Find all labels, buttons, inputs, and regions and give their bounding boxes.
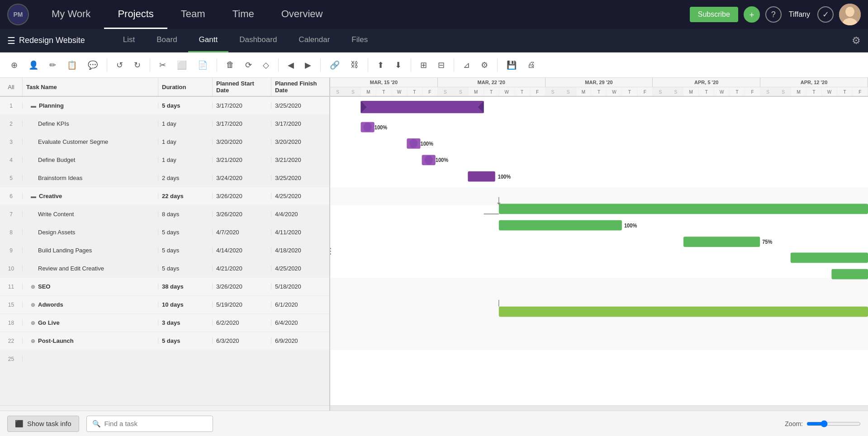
svg-point-20 bbox=[364, 123, 372, 132]
undo-btn[interactable]: ↺ bbox=[113, 57, 127, 73]
brainstorm-bar[interactable] bbox=[468, 171, 495, 182]
expand-icon[interactable]: ▬ bbox=[31, 193, 36, 199]
expand-icon[interactable]: ⊕ bbox=[31, 338, 35, 344]
row-name[interactable]: ▬ Planning bbox=[23, 102, 158, 109]
gantt-bars-svg: 100% 100% 100% 100% 100% bbox=[330, 97, 868, 405]
task-name-label: Build Landing Pages bbox=[38, 247, 92, 254]
svg-point-22 bbox=[409, 139, 417, 148]
row-name[interactable]: ▬ Creative bbox=[23, 193, 158, 199]
export-up-btn[interactable]: ⬆ bbox=[374, 57, 388, 73]
add-icon[interactable]: ＋ bbox=[744, 6, 760, 23]
hamburger-icon[interactable]: ☰ bbox=[7, 35, 15, 46]
grid-header: All Task Name Duration Planned Start Dat… bbox=[0, 78, 329, 97]
expand-icon[interactable]: ⊕ bbox=[31, 320, 35, 326]
tab-files[interactable]: Files bbox=[341, 29, 379, 52]
day-cell: M bbox=[791, 87, 806, 97]
redo-btn[interactable]: ↻ bbox=[130, 57, 144, 73]
nav-item-team[interactable]: Team bbox=[167, 0, 219, 29]
planning-bar[interactable] bbox=[361, 101, 484, 113]
nav-item-mywork[interactable]: My Work bbox=[38, 0, 104, 29]
seo-bar[interactable] bbox=[499, 307, 868, 317]
tab-dashboard[interactable]: Dashboard bbox=[228, 29, 288, 52]
row-name[interactable]: Build Landing Pages bbox=[23, 247, 158, 254]
settings-icon[interactable]: ⚙ bbox=[852, 35, 861, 47]
row-dur: 38 days bbox=[158, 283, 213, 290]
tab-calendar[interactable]: Calendar bbox=[288, 29, 341, 52]
add-person-btn[interactable]: 👤 bbox=[25, 57, 42, 73]
col-start-header: Planned Start Date bbox=[213, 78, 271, 96]
nav-items: My Work Projects Team Time Overview bbox=[38, 0, 690, 29]
row-name[interactable]: Write Content bbox=[23, 211, 158, 218]
nav-item-overview[interactable]: Overview bbox=[268, 0, 337, 29]
milestone-btn[interactable]: ◇ bbox=[259, 57, 273, 73]
write-content-bar[interactable] bbox=[499, 220, 622, 231]
pm-logo[interactable]: PM bbox=[7, 4, 29, 25]
find-task-field[interactable]: 🔍 bbox=[86, 416, 213, 432]
row-name[interactable]: ⊕ SEO bbox=[23, 283, 158, 290]
row-name[interactable]: Review and Edit Creative bbox=[23, 265, 158, 272]
row-name[interactable]: ⊕ Go Live bbox=[23, 319, 158, 326]
row-num: 25 bbox=[0, 356, 23, 362]
user-check-icon[interactable]: ✓ bbox=[817, 6, 834, 23]
grid-scroll-x[interactable] bbox=[0, 405, 329, 411]
wrap-btn[interactable]: ⬜ bbox=[173, 57, 190, 73]
gear-btn[interactable]: ⚙ bbox=[477, 57, 492, 73]
show-task-info-button[interactable]: ⬛ Show task info bbox=[7, 416, 79, 432]
expand-icon[interactable]: ▬ bbox=[31, 103, 36, 109]
subscribe-button[interactable]: Subscribe bbox=[690, 7, 738, 22]
paste-btn[interactable]: 📄 bbox=[194, 57, 211, 73]
filter-btn[interactable]: ⊿ bbox=[460, 57, 474, 73]
review-creative-bar[interactable] bbox=[831, 269, 868, 280]
day-cell: M bbox=[683, 87, 699, 97]
tab-board[interactable]: Board bbox=[146, 29, 188, 52]
scroll-left-btn[interactable]: ◀ bbox=[284, 57, 298, 73]
tab-list[interactable]: List bbox=[112, 29, 146, 52]
columns-btn[interactable]: ⊞ bbox=[417, 57, 431, 73]
row-finish: 3/20/2020 bbox=[271, 138, 329, 145]
gantt-resize-handle[interactable] bbox=[330, 97, 333, 405]
build-lp-bar[interactable] bbox=[791, 252, 868, 263]
nav-right: Subscribe ＋ ? Tiffany ✓ bbox=[690, 4, 861, 25]
gantt-scroll-x[interactable] bbox=[330, 405, 868, 411]
help-icon[interactable]: ? bbox=[765, 6, 782, 23]
cut-btn[interactable]: ✂ bbox=[156, 57, 170, 73]
svg-text:100%: 100% bbox=[421, 140, 434, 147]
delete-btn[interactable]: 🗑 bbox=[223, 57, 238, 72]
zoom-slider[interactable] bbox=[806, 420, 861, 427]
nav-item-projects[interactable]: Projects bbox=[104, 0, 167, 29]
scroll-right-btn[interactable]: ▶ bbox=[301, 57, 315, 73]
expand-icon[interactable]: ⊕ bbox=[31, 284, 35, 290]
tab-gantt[interactable]: Gantt bbox=[188, 29, 229, 52]
print-btn[interactable]: 🖨 bbox=[524, 57, 539, 72]
design-assets-bar[interactable] bbox=[683, 237, 760, 247]
link-btn[interactable]: 🔗 bbox=[326, 57, 343, 73]
nav-item-time[interactable]: Time bbox=[219, 0, 268, 29]
find-task-input[interactable] bbox=[104, 420, 207, 427]
add-task-btn[interactable]: ⊕ bbox=[7, 57, 21, 73]
row-name[interactable]: ⊕ Post-Launch bbox=[23, 337, 158, 344]
table-row: 1 ▬ Planning 5 days 3/17/2020 3/25/2020 bbox=[0, 97, 329, 115]
copy-text-btn[interactable]: 📋 bbox=[63, 57, 81, 73]
avatar[interactable] bbox=[839, 4, 861, 25]
expand-icon[interactable]: ⊕ bbox=[31, 302, 35, 308]
project-title: ☰ Redesign Website bbox=[7, 35, 85, 46]
creative-bar[interactable] bbox=[499, 204, 868, 214]
row-name[interactable]: ⊕ Adwords bbox=[23, 301, 158, 308]
share-btn[interactable]: ⬇ bbox=[391, 57, 405, 73]
row-name[interactable]: Define KPIs bbox=[23, 120, 158, 127]
day-cell: F bbox=[422, 87, 438, 97]
unlink-btn[interactable]: ⛓ bbox=[347, 57, 362, 72]
row-name[interactable]: Define Budget bbox=[23, 156, 158, 163]
rows-btn[interactable]: ⊟ bbox=[434, 57, 448, 73]
col-all-header[interactable]: All bbox=[0, 78, 23, 96]
row-name[interactable]: Brainstorm Ideas bbox=[23, 175, 158, 181]
row-name[interactable]: Evaluate Customer Segme bbox=[23, 138, 158, 145]
row-name[interactable]: Design Assets bbox=[23, 229, 158, 236]
edit-btn[interactable]: ✏ bbox=[46, 57, 60, 73]
comment-btn[interactable]: 💬 bbox=[84, 57, 101, 73]
day-cell: W bbox=[714, 87, 730, 97]
link-type-btn[interactable]: ⟳ bbox=[242, 57, 256, 73]
save-btn[interactable]: 💾 bbox=[503, 57, 520, 73]
sep8 bbox=[454, 58, 454, 72]
row-finish: 3/21/2020 bbox=[271, 156, 329, 163]
